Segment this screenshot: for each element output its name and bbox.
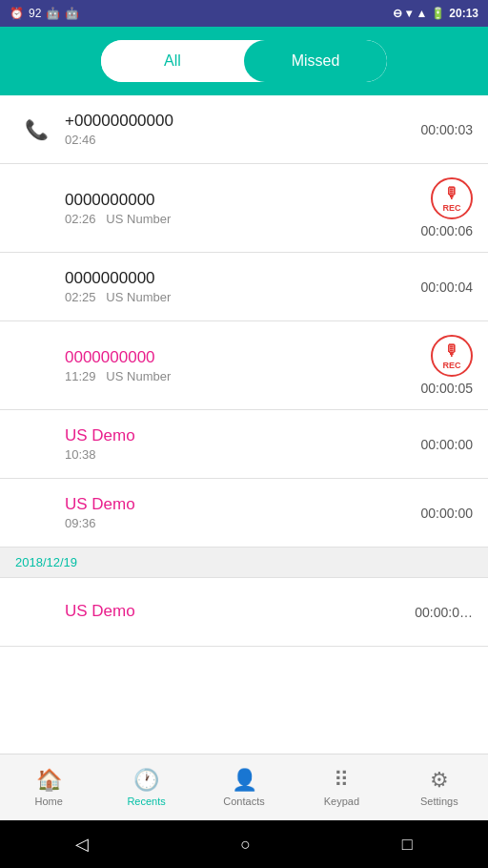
table-row[interactable]: 📞 +00000000000 02:46 00:00:03 (0, 95, 488, 164)
call-number: 0000000000 (65, 348, 421, 367)
call-info: 0000000000 02:26 US Number (57, 191, 421, 226)
mic-icon: 🎙 (444, 185, 459, 202)
call-right: 00:00:04 (421, 279, 474, 295)
call-duration: 00:00:00 (421, 506, 474, 521)
table-row[interactable]: 0000000000 02:25 US Number 00:00:04 (0, 253, 488, 321)
call-meta: 11:29 US Number (65, 369, 421, 383)
call-number: US Demo (65, 426, 421, 445)
rec-button[interactable]: 🎙 REC (431, 335, 473, 377)
table-row[interactable]: 0000000000 11:29 US Number 🎙 REC 00:00:0… (0, 321, 488, 410)
call-duration: 00:00:03 (421, 122, 474, 137)
call-right: 🎙 REC 00:00:05 (421, 335, 474, 396)
nav-keypad[interactable]: ⠿ Keypad (293, 768, 390, 807)
contacts-icon: 👤 (232, 768, 257, 793)
nav-contacts-label: Contacts (223, 796, 264, 807)
signal-icon: ⊖ (393, 7, 402, 20)
call-info: 0000000000 11:29 US Number (57, 348, 421, 383)
call-info: +00000000000 02:46 (57, 112, 421, 147)
outgoing-call-icon: 📞 (25, 118, 49, 141)
call-right: 00:00:03 (421, 122, 474, 137)
call-info: 0000000000 02:25 US Number (57, 269, 421, 304)
table-row[interactable]: US Demo 10:38 00:00:00 (0, 410, 488, 479)
call-info: US Demo 09:36 (57, 495, 421, 530)
wifi-icon: ▾ (406, 7, 412, 20)
battery-icon: 🔋 (431, 7, 445, 20)
home-icon: 🏠 (36, 768, 62, 793)
call-meta: 02:26 US Number (65, 212, 421, 226)
android-icon1: 🤖 (46, 7, 60, 20)
call-number: 0000000000 (65, 269, 421, 288)
call-info: US Demo 10:38 (57, 426, 421, 462)
android-icon2: 🤖 (65, 7, 79, 20)
signal-bars-icon: ▲ (416, 7, 427, 20)
android-nav-bar: ◁ ○ □ (0, 820, 488, 868)
keypad-icon: ⠿ (334, 768, 349, 793)
call-right: 00:00:00 (421, 506, 474, 521)
tab-all[interactable]: All (101, 40, 244, 82)
mic-icon: 🎙 (444, 342, 459, 360)
notification-badge: 92 (29, 7, 41, 20)
alarm-icon: ⏰ (10, 7, 24, 20)
bottom-nav: 🏠 Home 🕐 Recents 👤 Contacts ⠿ Keypad ⚙ S… (0, 754, 488, 820)
call-duration: 00:00:0… (415, 605, 473, 620)
rec-label: REC (442, 361, 460, 370)
rec-button[interactable]: 🎙 REC (431, 177, 473, 219)
back-button[interactable]: ◁ (75, 834, 89, 855)
call-right: 00:00:0… (415, 605, 473, 620)
recent-apps-button[interactable]: □ (402, 835, 413, 855)
nav-contacts[interactable]: 👤 Contacts (195, 768, 293, 807)
call-right: 00:00:00 (421, 437, 474, 452)
table-row[interactable]: US Demo 00:00:0… (0, 578, 488, 647)
recents-icon: 🕐 (133, 768, 159, 793)
call-duration: 00:00:06 (421, 223, 474, 238)
settings-icon: ⚙ (430, 768, 449, 793)
nav-home[interactable]: 🏠 Home (0, 768, 97, 807)
status-right-icons: ⊖ ▾ ▲ 🔋 20:13 (393, 7, 478, 20)
call-info: US Demo (57, 602, 415, 623)
nav-recents-label: Recents (127, 796, 165, 807)
call-meta: 02:46 (65, 133, 421, 147)
call-meta: 09:36 (65, 516, 421, 530)
call-number: US Demo (65, 602, 415, 621)
clock: 20:13 (449, 7, 478, 20)
nav-keypad-label: Keypad (324, 796, 359, 807)
call-duration: 00:00:05 (421, 381, 474, 396)
header: All Missed (0, 27, 488, 95)
nav-recents[interactable]: 🕐 Recents (97, 768, 194, 807)
call-number: 0000000000 (65, 191, 421, 210)
status-left-icons: ⏰ 92 🤖 🤖 (10, 7, 79, 20)
table-row[interactable]: US Demo 09:36 00:00:00 (0, 479, 488, 548)
nav-settings-label: Settings (420, 796, 458, 807)
call-duration: 00:00:00 (421, 437, 474, 452)
call-number: +00000000000 (65, 112, 421, 131)
rec-label: REC (442, 203, 460, 213)
tab-missed[interactable]: Missed (244, 40, 387, 82)
call-type-icon: 📞 (15, 118, 57, 141)
tab-toggle: All Missed (101, 40, 387, 82)
call-number: US Demo (65, 495, 421, 514)
call-list: 📞 +00000000000 02:46 00:00:03 0000000000… (0, 95, 488, 754)
nav-settings[interactable]: ⚙ Settings (391, 768, 488, 807)
home-button[interactable]: ○ (240, 835, 251, 855)
call-meta: 10:38 (65, 447, 421, 462)
status-bar: ⏰ 92 🤖 🤖 ⊖ ▾ ▲ 🔋 20:13 (0, 0, 488, 27)
call-duration: 00:00:04 (421, 279, 474, 295)
table-row[interactable]: 0000000000 02:26 US Number 🎙 REC 00:00:0… (0, 164, 488, 253)
date-separator: 2018/12/19 (0, 548, 488, 578)
nav-home-label: Home (35, 796, 63, 807)
call-meta: 02:25 US Number (65, 290, 421, 304)
call-right: 🎙 REC 00:00:06 (421, 177, 474, 238)
